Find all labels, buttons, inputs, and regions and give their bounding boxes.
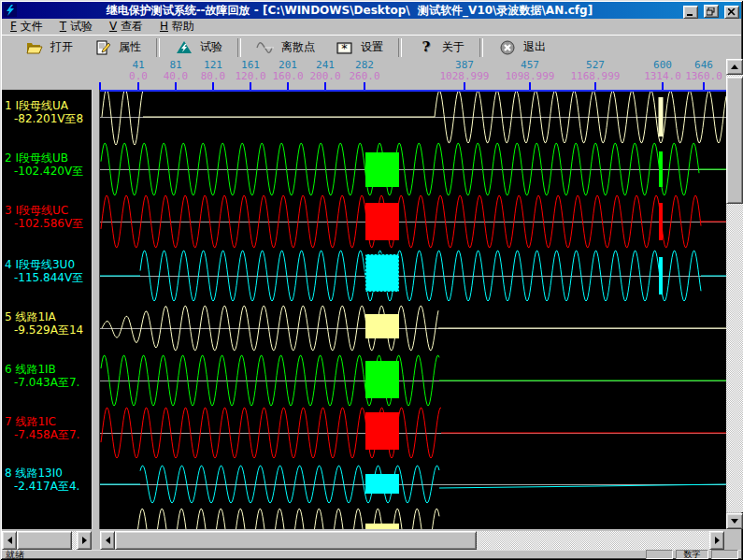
time-ms-value: 1098.999 — [498, 71, 562, 82]
label-panel-scrollbar — [2, 531, 92, 550]
ruler-label: 3871028.999 — [433, 60, 496, 82]
label-scroll-right-button[interactable] — [77, 531, 92, 550]
channel-label-3[interactable]: 3 Ⅰ段母线UC-102.586V至 — [5, 204, 92, 230]
waveform-scroll-left-button[interactable] — [100, 531, 115, 550]
sine-wave-icon — [256, 40, 275, 55]
exit-label: 退出 — [523, 39, 546, 55]
exit-button[interactable]: 退出 — [488, 37, 556, 57]
ruler-tick — [250, 82, 251, 90]
status-panels: 数字 — [646, 550, 741, 560]
timeline-ruler[interactable]: 410.08140.012180.0161120.0201160.0241200… — [2, 59, 726, 90]
scroll-down-button[interactable] — [726, 513, 743, 529]
channel-name: 1 Ⅰ段母线UA — [5, 99, 92, 112]
menu-item-view[interactable]: V 查看 — [101, 18, 151, 36]
arrow-left-icon — [102, 537, 110, 544]
about-label: 关于 — [442, 39, 464, 55]
channel-name: 7 线路1IC — [5, 415, 92, 428]
open-button[interactable]: 打开 — [15, 37, 83, 57]
window-controls — [682, 2, 739, 20]
close-button[interactable] — [724, 6, 739, 19]
time-ms-value: 1360.0 — [672, 71, 726, 82]
minimize-button[interactable] — [683, 6, 698, 19]
menu-item-file[interactable]: F 文件 — [2, 18, 51, 36]
channel-label-1[interactable]: 1 Ⅰ段母线UA-82.201V至8 — [5, 99, 92, 125]
status-panel-数字: 数字 — [676, 550, 708, 559]
label-scroll-left-button[interactable] — [2, 531, 17, 550]
about-button[interactable]: ??关于 — [407, 37, 475, 57]
vertical-scrollbar-thumb[interactable] — [726, 77, 743, 204]
folder-open-icon — [25, 40, 44, 55]
svg-text:*: * — [341, 41, 348, 55]
time-ms-value: 1028.999 — [433, 71, 496, 82]
channel-label-2[interactable]: 2 Ⅰ段母线UB-102.420V至 — [5, 151, 92, 178]
cursor-channel-4 — [659, 257, 663, 294]
marker-channel-5 — [365, 314, 399, 338]
vertical-scrollbar — [726, 59, 743, 529]
discrete-points-button[interactable]: 离散点 — [246, 37, 325, 57]
status-panel — [646, 550, 673, 559]
restore-button[interactable] — [704, 5, 719, 18]
app-icon[interactable] — [4, 4, 17, 17]
settings-button[interactable]: *设置 — [325, 37, 393, 57]
window-title: 继电保护测试系统--故障回放 - [C:\WINDOWS\Desktop\ 测试… — [19, 2, 680, 19]
waveform-scrollbar — [100, 531, 724, 550]
arrow-right-icon — [82, 537, 91, 544]
channel-range: -102.420V至 — [5, 165, 92, 178]
menu-item-test[interactable]: T 试验 — [51, 18, 101, 36]
ruler-tick — [662, 82, 664, 90]
ruler-label: 5271168.999 — [564, 60, 627, 82]
channel-label-8[interactable]: 8 线路13I0-2.417A至4. — [5, 467, 92, 493]
waveform-scrollbar-thumb[interactable] — [115, 531, 477, 550]
waveform-scroll-right-button[interactable] — [709, 531, 724, 550]
channel-label-6[interactable]: 6 线路1IB-7.043A至7. — [5, 363, 92, 389]
marker-channel-9 — [365, 524, 399, 529]
toolbar-separator — [479, 38, 483, 57]
close-circle-icon — [498, 40, 517, 55]
channel-label-7[interactable]: 7 线路1IC-7.458A至7. — [5, 415, 92, 441]
channel-label-4[interactable]: 4 Ⅰ段母线3U0-115.844V至 — [5, 258, 92, 284]
channel-range: -2.417A至4. — [5, 480, 92, 493]
open-label: 打开 — [50, 39, 73, 55]
arrow-down-icon — [731, 519, 738, 527]
marker-channel-3 — [365, 203, 399, 240]
ruler-label: 282260.0 — [333, 60, 396, 82]
status-panel — [711, 550, 738, 559]
channel-label-5[interactable]: 5 线路1IA-9.529A至14 — [5, 310, 92, 337]
arrow-left-icon — [4, 537, 12, 544]
run-test-button[interactable]: 试验 — [164, 37, 233, 57]
channel-name: 2 Ⅰ段母线UB — [5, 151, 92, 165]
arrow-up-icon — [731, 61, 738, 69]
cursor-channel-3 — [659, 203, 663, 240]
waveform-view[interactable] — [100, 90, 726, 529]
ruler-label: 4571098.999 — [498, 60, 562, 82]
ruler-separator-line — [100, 90, 726, 92]
settings-folder-icon: * — [336, 40, 354, 55]
marker-channel-2 — [365, 152, 399, 187]
app-window: 继电保护测试系统--故障回放 - [C:\WINDOWS\Desktop\ 测试… — [0, 0, 743, 560]
ruler-tick — [594, 82, 596, 90]
menu-item-help[interactable]: H 帮助 — [151, 18, 203, 36]
svg-text:?: ? — [422, 40, 431, 55]
channel-range: -9.529A至14 — [5, 323, 92, 337]
cursor-channel-1 — [659, 97, 664, 136]
ruler-tick — [175, 82, 177, 90]
properties-button[interactable]: 属性 — [83, 37, 151, 57]
question-mark-icon: ?? — [417, 40, 436, 55]
scroll-up-button[interactable] — [726, 59, 743, 75]
toolbar-separator — [156, 38, 160, 57]
channel-range: -82.201V至8 — [5, 112, 92, 125]
toolbar-separator — [398, 38, 402, 57]
channel-label-panel: 1 Ⅰ段母线UA-82.201V至82 Ⅰ段母线UB-102.420V至3 Ⅰ段… — [2, 90, 92, 529]
channel-name: 6 线路1IB — [5, 363, 92, 376]
marker-channel-4 — [365, 254, 399, 292]
settings-label: 设置 — [361, 39, 383, 55]
status-bar: 就绪 数字 — [2, 550, 741, 560]
channel-range: -102.586V至 — [5, 217, 92, 230]
panel-splitter[interactable] — [92, 90, 100, 529]
ruler-tick — [703, 82, 705, 90]
status-ready-text: 就绪 — [2, 551, 646, 560]
time-ms-value: 260.0 — [333, 71, 396, 82]
toolbar-separator — [237, 38, 241, 57]
lightning-triangle-icon — [175, 40, 193, 55]
label-scrollbar-thumb[interactable] — [17, 531, 72, 550]
